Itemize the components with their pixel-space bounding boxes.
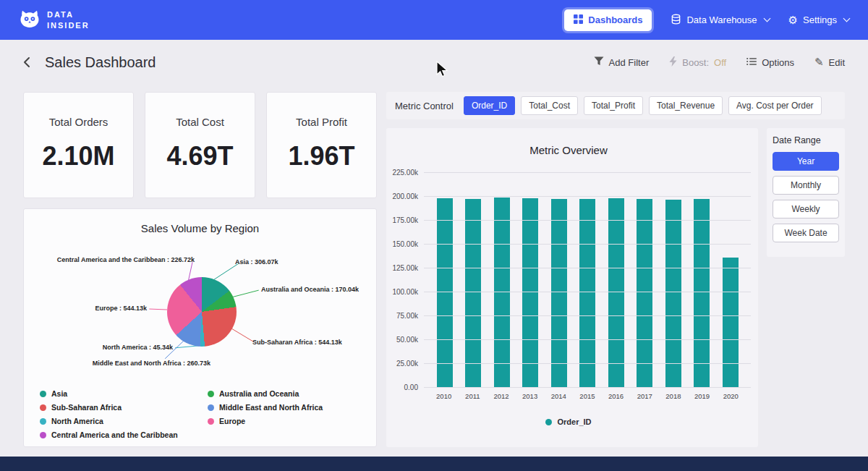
kpi-row: Total Orders 2.10M Total Cost 4.69T Tota… [23, 92, 377, 198]
legend-label: Middle East and North Africa [219, 403, 323, 412]
date-range-label: Date Range [773, 135, 839, 145]
pie-legend-item[interactable]: Sub-Saharan Africa [40, 403, 208, 412]
pie-legend-item[interactable]: Middle East and North Africa [208, 403, 376, 412]
settings-menu[interactable]: ⚙ Settings [788, 14, 849, 25]
bar-2020[interactable] [723, 258, 739, 387]
data-warehouse-label: Data Warehouse [686, 14, 757, 25]
pie-chart-area: Central America and the Caribbean : 226.… [24, 249, 376, 381]
x-tick-label: 2016 [608, 392, 625, 400]
metric-control-label: Metric Control [395, 101, 454, 111]
y-tick-label: 150.00k [392, 240, 418, 248]
legend-dot [208, 418, 214, 425]
list-icon [746, 57, 757, 68]
metric-option-total-cost[interactable]: Total_Cost [521, 96, 578, 115]
gridline [424, 220, 751, 221]
metric-option-total-profit[interactable]: Total_Profit [584, 96, 643, 115]
y-tick-label: 175.00k [392, 216, 418, 224]
back-button[interactable] [23, 56, 30, 68]
pie-chart-title: Sales Volume by Region [24, 222, 376, 234]
date-range-panel: Date Range Year Monthly Weekly Week Date [767, 128, 845, 257]
chart-title: Metric Overview [386, 144, 751, 156]
date-range-option-monthly[interactable]: Monthly [773, 176, 839, 195]
options-label: Options [762, 57, 794, 68]
gridline [424, 172, 751, 173]
dashboard-header: Sales Dashboard Add Filter Boost: Off Op… [0, 40, 868, 85]
legend-dot [40, 404, 46, 411]
filter-funnel-icon [594, 56, 604, 68]
bar-2013[interactable] [522, 198, 538, 387]
x-tick-label: 2011 [464, 392, 481, 400]
metric-option-avg-cost-per-order[interactable]: Avg. Cost per Order [728, 96, 822, 115]
kpi-card-total-orders: Total Orders 2.10M [23, 92, 134, 198]
gridline [424, 363, 751, 364]
pie-label-asia: Asia : 306.07k [235, 258, 278, 266]
boost-toggle[interactable]: Boost: Off [669, 56, 726, 69]
top-navigation-bar: DATA INSIDER Dashboards Data Warehouse ⚙ [0, 0, 868, 40]
pie-chart-legend: AsiaAustralia and OceaniaSub-Saharan Afr… [40, 389, 376, 439]
bar-chart-legend[interactable]: Order_ID [386, 417, 751, 426]
metric-option-total-revenue[interactable]: Total_Revenue [649, 96, 723, 115]
y-tick-label: 50.00k [396, 336, 418, 344]
pie-legend-item[interactable]: Asia [40, 389, 208, 398]
add-filter-label: Add Filter [609, 57, 650, 68]
y-tick-label: 75.00k [396, 312, 418, 320]
x-tick-label: 2014 [550, 392, 567, 400]
pie-legend-item[interactable]: Australia and Oceania [208, 389, 376, 398]
bar-2014[interactable] [551, 199, 567, 387]
pencil-icon: ✎ [814, 56, 824, 69]
bar-2017[interactable] [637, 199, 652, 387]
y-tick-label: 25.00k [396, 359, 418, 367]
owl-logo-icon [19, 8, 41, 33]
x-tick-label: 2015 [579, 392, 596, 400]
pie-legend-item[interactable]: Europe [208, 417, 376, 425]
legend-dot [40, 432, 46, 438]
x-tick-label: 2017 [636, 392, 653, 400]
bar-2018[interactable] [665, 200, 681, 387]
pie-legend-item[interactable]: Central America and the Caribbean [40, 430, 208, 439]
options-button[interactable]: Options [746, 57, 794, 68]
y-tick-label: 0.00 [404, 383, 418, 391]
kpi-card-total-cost: Total Cost 4.69T [145, 92, 255, 198]
edit-button[interactable]: ✎ Edit [814, 56, 845, 69]
kpi-value: 4.69T [145, 141, 255, 171]
x-tick-label: 2018 [665, 392, 682, 400]
pie-label-europe: Europe : 544.13k [24, 305, 147, 312]
legend-dot [208, 404, 214, 411]
x-tick-label: 2010 [435, 392, 453, 400]
bar-2010[interactable] [437, 198, 453, 387]
gear-icon: ⚙ [788, 14, 798, 25]
kpi-value: 1.96T [267, 141, 376, 171]
metric-option-order-id[interactable]: Order_ID [464, 96, 515, 115]
bar-2011[interactable] [465, 199, 481, 387]
bar-2019[interactable] [694, 199, 710, 387]
dashboards-button[interactable]: Dashboards [564, 9, 652, 31]
pie-label-middle-east-north-africa: Middle East and North Africa : 260.73k [50, 360, 210, 367]
edit-label: Edit [829, 57, 845, 68]
pie-label-central-america: Central America and the Caribbean : 226.… [24, 256, 195, 263]
date-range-option-week-date[interactable]: Week Date [773, 224, 839, 242]
database-icon [671, 14, 681, 27]
boost-label: Boost: [682, 57, 709, 68]
pie-legend-item[interactable]: North America [40, 417, 208, 425]
y-tick-label: 200.00k [392, 192, 418, 200]
date-range-option-year[interactable]: Year [773, 152, 839, 171]
dashboards-grid-icon [574, 14, 583, 26]
legend-dot [40, 418, 46, 425]
legend-dot [40, 391, 46, 397]
bar-2015[interactable] [579, 199, 595, 387]
brand-logo[interactable]: DATA INSIDER [19, 8, 90, 33]
data-warehouse-menu[interactable]: Data Warehouse [671, 14, 769, 27]
legend-label: North America [51, 417, 103, 425]
legend-label: Sub-Saharan Africa [51, 403, 122, 412]
legend-label: Central America and the Caribbean [51, 430, 178, 439]
bar-2016[interactable] [608, 198, 624, 387]
pie-label-sub-saharan-africa: Sub-Saharan Africa : 544.13k [252, 339, 342, 346]
bar-2012[interactable] [494, 198, 510, 387]
page-title: Sales Dashboard [45, 54, 156, 71]
date-range-option-weekly[interactable]: Weekly [773, 200, 839, 218]
gridline [424, 339, 751, 340]
add-filter-button[interactable]: Add Filter [594, 56, 650, 68]
pie-chart[interactable] [167, 277, 237, 347]
metric-control-bar: Metric Control Order_ID Total_Cost Total… [386, 92, 845, 119]
x-tick-label: 2013 [522, 392, 539, 400]
